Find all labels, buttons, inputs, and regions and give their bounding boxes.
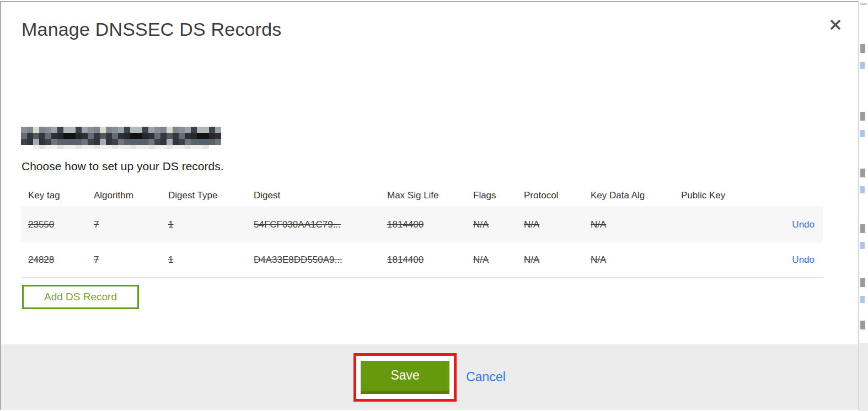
cell-key-tag: 23550 bbox=[28, 219, 94, 230]
dialog-footer: Save Cancel bbox=[1, 344, 858, 410]
cell-key-data-alg: N/A bbox=[591, 255, 681, 266]
col-header-key-data-alg: Key Data Alg bbox=[591, 190, 681, 201]
cell-protocol: N/A bbox=[524, 219, 591, 230]
redacted-domain-name bbox=[21, 127, 221, 149]
col-header-public-key: Public Key bbox=[681, 190, 762, 201]
cell-digest: D4A33E8DD550A9... bbox=[254, 255, 387, 266]
col-header-max-sig-life: Max Sig Life bbox=[387, 190, 473, 201]
save-button[interactable]: Save bbox=[361, 361, 449, 394]
col-header-protocol: Protocol bbox=[524, 190, 591, 201]
col-header-key-tag: Key tag bbox=[28, 190, 94, 201]
cell-digest-type: 1 bbox=[168, 219, 254, 230]
table-row: 23550 7 1 54FCF030AA1C79... 1814400 N/A … bbox=[22, 207, 823, 242]
cell-algorithm: 7 bbox=[94, 255, 168, 266]
undo-link[interactable]: Undo bbox=[792, 219, 815, 230]
cell-flags: N/A bbox=[473, 219, 524, 230]
col-header-digest: Digest bbox=[254, 190, 387, 201]
col-header-digest-type: Digest Type bbox=[168, 190, 254, 201]
manage-dnssec-dialog: Manage DNSSEC DS Records Choose how to s… bbox=[0, 1, 859, 410]
cell-flags: N/A bbox=[473, 255, 524, 266]
cell-protocol: N/A bbox=[524, 255, 591, 266]
table-header-row: Key tag Algorithm Digest Type Digest Max… bbox=[22, 184, 823, 207]
cell-max-sig-life: 1814400 bbox=[387, 219, 473, 230]
cell-key-data-alg: N/A bbox=[591, 219, 681, 230]
cell-algorithm: 7 bbox=[94, 219, 168, 230]
cell-digest: 54FCF030AA1C79... bbox=[254, 219, 387, 230]
red-annotation-box: Save bbox=[353, 353, 457, 402]
col-header-flags: Flags bbox=[473, 190, 524, 201]
instruction-text: Choose how to set up your DS records. bbox=[22, 160, 224, 173]
cancel-link[interactable]: Cancel bbox=[466, 370, 506, 385]
ds-records-table: Key tag Algorithm Digest Type Digest Max… bbox=[22, 184, 823, 278]
background-page-sliver bbox=[859, 0, 868, 411]
pixelation-mosaic bbox=[21, 127, 221, 149]
col-header-algorithm: Algorithm bbox=[94, 190, 168, 201]
cell-max-sig-life: 1814400 bbox=[387, 255, 473, 266]
undo-link[interactable]: Undo bbox=[792, 255, 815, 265]
cell-digest-type: 1 bbox=[168, 255, 254, 266]
add-ds-record-button[interactable]: Add DS Record bbox=[22, 285, 139, 309]
page-title: Manage DNSSEC DS Records bbox=[22, 19, 282, 40]
close-icon[interactable] bbox=[826, 15, 845, 34]
cell-key-tag: 24828 bbox=[28, 255, 94, 266]
table-row: 24828 7 1 D4A33E8DD550A9... 1814400 N/A … bbox=[22, 242, 823, 278]
